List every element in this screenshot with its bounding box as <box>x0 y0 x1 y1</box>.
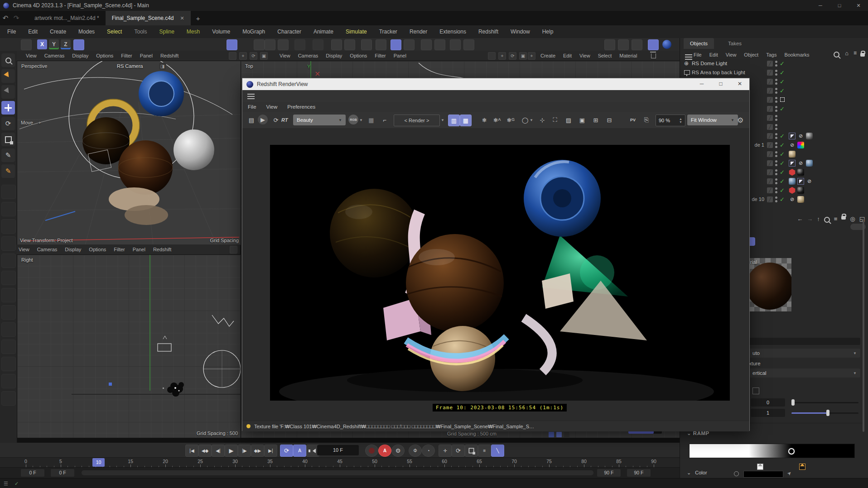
enabled-check-icon[interactable]: ✓ <box>780 60 785 67</box>
enabled-check-icon[interactable]: ✓ <box>780 187 785 194</box>
visibility-toggle[interactable]: ╱ <box>767 187 773 193</box>
alpha-checker-icon[interactable]: ▦ <box>366 115 376 125</box>
rt-toggle[interactable]: RT <box>281 115 288 125</box>
y-axis-lock-button[interactable]: Y <box>49 39 59 49</box>
panel-popout-icon[interactable] <box>860 53 865 57</box>
layer-dots-icon[interactable] <box>775 106 777 112</box>
sketch-tool[interactable]: ✎ <box>1 164 15 178</box>
ramp-knot-white[interactable] <box>757 458 763 470</box>
material-tag-icon[interactable] <box>797 142 804 148</box>
spline-pen-tool[interactable]: ✎ <box>1 148 15 162</box>
top-menu-item-display[interactable]: Display <box>326 53 342 58</box>
snap-grid-icon[interactable] <box>361 39 372 50</box>
persp-menu-item-options[interactable]: Options <box>96 53 113 58</box>
tab-final-sample-scene[interactable]: Final_Sample_Scene.c4d ✕ <box>106 11 191 25</box>
autokey-button[interactable]: A <box>378 445 391 457</box>
add-image-icon[interactable]: ⊞ <box>590 115 601 125</box>
modeling-tool-5[interactable] <box>1 254 16 268</box>
rv-hamburger-icon[interactable] <box>247 94 255 95</box>
layer-dots-icon[interactable] <box>775 133 777 139</box>
auto-dropdown[interactable]: uto ▼ <box>749 349 860 358</box>
menu-item-render[interactable]: Render <box>410 29 427 35</box>
polygon-selection-tag-icon[interactable] <box>797 178 804 185</box>
pan-icon[interactable] <box>229 52 236 60</box>
measure-icon[interactable] <box>463 39 474 50</box>
material-preview[interactable]: rial <box>749 258 791 311</box>
no-animation-tag-icon[interactable]: ⊘ <box>789 196 796 203</box>
layer-dots-icon[interactable] <box>775 88 777 94</box>
slider-1[interactable] <box>791 412 858 414</box>
rv-maximize-button[interactable]: □ <box>711 78 730 89</box>
snowflake-g-icon[interactable]: ❄ᴳ <box>505 115 516 125</box>
modeling-tool-9[interactable] <box>1 322 16 337</box>
add-icon[interactable]: + <box>528 52 535 60</box>
menu-item-modes[interactable]: Modes <box>78 29 95 35</box>
z-axis-lock-button[interactable]: Z <box>61 39 71 49</box>
visibility-toggle[interactable]: ╱ <box>767 178 773 184</box>
modeling-tool-3[interactable] <box>1 219 16 234</box>
loop-mode-button[interactable]: ⟳ <box>280 445 293 457</box>
top-menu-item-view[interactable]: View <box>280 53 290 58</box>
slider-0-thumb[interactable] <box>791 399 795 406</box>
persp-menu-item-redshift[interactable]: Redshift <box>160 53 178 58</box>
aov-dropdown[interactable]: Beauty ▼ <box>293 115 346 125</box>
region-circle-icon[interactable]: ◯ <box>520 115 530 125</box>
menu-item-create[interactable]: Create <box>50 29 66 35</box>
mat-menu-item-edit[interactable]: Edit <box>563 53 572 58</box>
right-menu-item-filter[interactable]: Filter <box>114 247 125 252</box>
coordinate-system-icon[interactable] <box>73 39 84 50</box>
visibility-toggle[interactable]: ╱ <box>767 124 773 130</box>
menu-item-spline[interactable]: Spline <box>159 29 174 35</box>
save-icon[interactable] <box>21 39 32 50</box>
right-menu-item-redshift[interactable]: Redshift <box>153 247 171 252</box>
objects-menu-item-view[interactable]: View <box>726 52 737 57</box>
enabled-check-icon[interactable]: ✓ <box>780 69 785 76</box>
perspective-viewport[interactable]: Perspective RS Camera ◨ Move + View Tran… <box>17 61 241 245</box>
color-circle-icon[interactable] <box>734 471 739 476</box>
objects-menu-item-bookmarks[interactable]: Bookmarks <box>784 52 809 57</box>
layer-dots-icon[interactable] <box>775 115 777 121</box>
right-menu-item-options[interactable]: Options <box>89 247 106 252</box>
rgb-channel-button[interactable]: RGB <box>348 115 358 124</box>
undo-icon[interactable]: ↶ <box>0 14 11 22</box>
rv-minimize-button[interactable]: ─ <box>692 78 711 89</box>
search-icon[interactable] <box>834 52 839 57</box>
enabled-check-icon[interactable]: ✓ <box>780 87 785 94</box>
progressive-render-icon[interactable]: ▦ <box>460 115 472 126</box>
compare-ab-icon[interactable]: ▨ <box>563 115 574 125</box>
right-viewport[interactable]: Right Grid Spacing : 500 cm <box>17 254 241 438</box>
material-tag-icon[interactable] <box>789 178 796 185</box>
lock-icon[interactable] <box>841 216 846 220</box>
home-icon[interactable]: ⌂ <box>845 50 849 57</box>
right-menu-item-panel[interactable]: Panel <box>133 247 145 252</box>
range-end-field[interactable]: 90 F <box>597 469 621 477</box>
layer-dots-icon[interactable] <box>775 61 777 67</box>
orbit-icon[interactable]: ⟳ <box>250 52 257 60</box>
snowflake-icon[interactable]: ❄ <box>479 115 490 125</box>
bucket-render-icon[interactable]: ▥ <box>448 115 460 126</box>
material-tag-icon[interactable] <box>806 133 813 139</box>
go-to-start-button[interactable]: |◀ <box>185 445 198 457</box>
no-animation-tag-icon[interactable]: ⊘ <box>797 160 804 167</box>
visibility-toggle[interactable]: ╱ <box>767 61 773 67</box>
rv-close-button[interactable]: ✕ <box>730 78 749 89</box>
image-stack-icon[interactable]: ▣ <box>577 115 588 125</box>
persp-menu-item-view[interactable]: View <box>26 53 37 58</box>
ramp-midpoint-marker[interactable] <box>788 448 795 455</box>
value-1-field[interactable]: 1 <box>751 409 785 417</box>
layer-dots-icon[interactable] <box>775 97 777 103</box>
visibility-toggle[interactable]: ╱ <box>767 97 773 103</box>
enabled-check-icon[interactable]: ✓ <box>780 78 785 85</box>
render-target-icon[interactable] <box>780 97 785 102</box>
fit-region-icon[interactable]: ⛶ <box>550 115 560 125</box>
minimize-button[interactable]: ─ <box>811 0 830 11</box>
zoom-icon[interactable]: + <box>239 52 247 60</box>
redshift-material-tag-icon[interactable] <box>789 187 796 194</box>
object-row-rs-dome-light[interactable]: ⊕RS Dome Light╱✓ <box>680 59 868 68</box>
no-animation-tag-icon[interactable]: ⊘ <box>789 142 796 148</box>
rope-icon[interactable] <box>265 39 275 50</box>
visibility-toggle[interactable]: ╱ <box>767 88 773 94</box>
layer-dots-icon[interactable] <box>775 79 777 85</box>
x-axis-lock-button[interactable]: X <box>37 39 47 49</box>
back-icon[interactable]: ← <box>797 215 803 223</box>
